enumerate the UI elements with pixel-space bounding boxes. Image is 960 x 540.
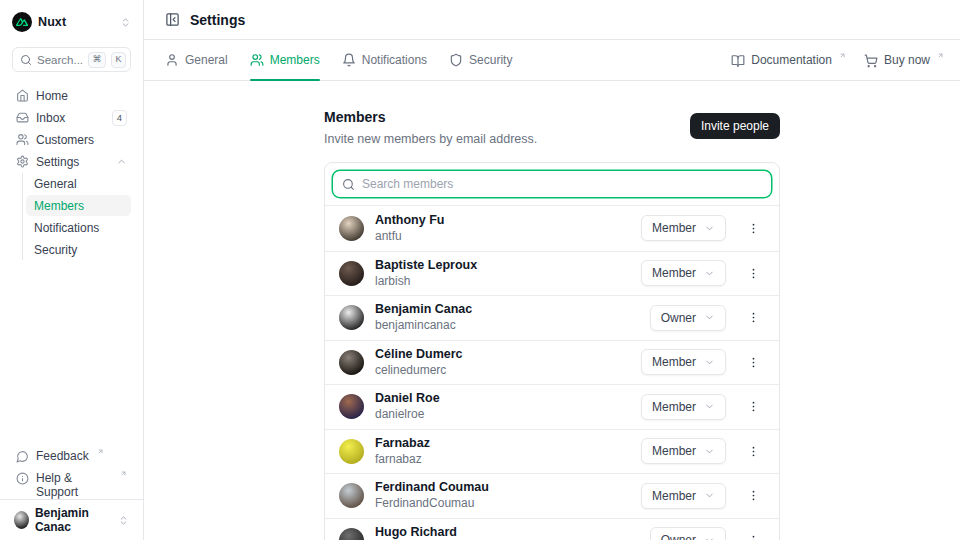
member-username: FerdinandCoumau: [375, 497, 489, 510]
member-role-value: Member: [652, 221, 696, 235]
ellipsis-vertical-icon: [747, 400, 760, 413]
sidebar-item-members[interactable]: Members: [26, 195, 131, 216]
tab-notifications[interactable]: Notifications: [342, 40, 427, 80]
member-name: Céline Dumerc: [375, 348, 463, 362]
member-role-select[interactable]: Member: [641, 349, 726, 375]
sidebar-item-label: Home: [36, 89, 68, 103]
sidebar-search-input[interactable]: [37, 54, 83, 66]
member-actions-menu-button[interactable]: [741, 215, 765, 241]
info-circle-icon: [16, 472, 29, 485]
user-menu[interactable]: Benjamin Canac: [12, 508, 131, 532]
member-role-select[interactable]: Member: [641, 394, 726, 420]
workspace-name: Nuxt: [38, 15, 66, 29]
member-avatar: [339, 483, 364, 508]
inbox-icon: [16, 111, 29, 124]
kbd-k: K: [111, 52, 126, 68]
member-actions-menu-button[interactable]: [741, 394, 765, 420]
help-support-link[interactable]: Help & Support: [12, 469, 131, 491]
member-actions-menu-button[interactable]: [741, 438, 765, 464]
feedback-link[interactable]: Feedback: [12, 447, 131, 469]
invite-people-button[interactable]: Invite people: [690, 113, 780, 139]
sidebar-item-label: Inbox: [36, 111, 65, 125]
ellipsis-vertical-icon: [747, 311, 760, 324]
sidebar-item-label: Members: [34, 199, 84, 213]
sidebar-item-security[interactable]: Security: [26, 239, 131, 260]
chevron-up-icon: [116, 156, 127, 167]
member-row: Céline Dumerc celinedumerc Member: [325, 340, 779, 385]
buy-now-link[interactable]: Buy now: [864, 52, 944, 68]
member-avatar: [339, 394, 364, 419]
ellipsis-vertical-icon: [747, 222, 760, 235]
sidebar-search[interactable]: ⌘ K: [12, 47, 131, 72]
members-card: Anthony Fu antfu Member: [324, 162, 780, 540]
member-name: Anthony Fu: [375, 214, 444, 228]
member-row: Farnabaz farnabaz Member: [325, 429, 779, 474]
member-role-select[interactable]: Member: [641, 260, 726, 286]
external-link-icon: [120, 470, 127, 477]
member-row: Daniel Roe danielroe Member: [325, 384, 779, 429]
member-actions-menu-button[interactable]: [741, 527, 765, 540]
tab-label: Notifications: [362, 53, 427, 67]
member-username: celinedumerc: [375, 364, 463, 377]
member-row: Anthony Fu antfu Member: [325, 206, 779, 251]
members-search-section: [325, 163, 779, 206]
chevron-down-icon: [704, 401, 715, 412]
member-actions-menu-button[interactable]: [741, 483, 765, 509]
member-name: Baptiste Leproux: [375, 259, 477, 273]
collapse-sidebar-button[interactable]: [165, 12, 180, 27]
chevron-down-icon: [704, 490, 715, 501]
ellipsis-vertical-icon: [747, 445, 760, 458]
tab-members[interactable]: Members: [250, 40, 320, 80]
member-actions-menu-button[interactable]: [741, 260, 765, 286]
page-header: Settings: [144, 0, 960, 40]
chevron-down-icon: [704, 446, 715, 457]
member-avatar: [339, 305, 364, 330]
member-role-select[interactable]: Owner: [650, 305, 726, 331]
member-name: Farnabaz: [375, 437, 430, 451]
members-search-input[interactable]: [362, 177, 762, 191]
member-username: danielroe: [375, 408, 440, 421]
external-link-icon: [839, 52, 846, 59]
user-name: Benjamin Canac: [35, 506, 112, 534]
member-actions-menu-button[interactable]: [741, 305, 765, 331]
sidebar-item-label: Notifications: [34, 221, 99, 235]
workspace-switcher[interactable]: Nuxt: [12, 10, 131, 34]
sidebar-item-label: Security: [34, 243, 77, 257]
section-title: Members: [324, 109, 537, 125]
member-actions-menu-button[interactable]: [741, 349, 765, 375]
sidebar-item-general[interactable]: General: [26, 173, 131, 194]
settings-subnav: General Members Notifications Security: [22, 173, 131, 260]
chevrons-up-down-icon: [118, 515, 129, 526]
user-icon: [165, 53, 179, 67]
tab-security[interactable]: Security: [449, 40, 512, 80]
member-role-value: Member: [652, 355, 696, 369]
member-role-select[interactable]: Owner: [650, 527, 726, 540]
member-avatar: [339, 528, 364, 540]
member-role-value: Owner: [661, 311, 696, 325]
header-links: Documentation Buy now: [731, 40, 944, 80]
member-name: Hugo Richard: [375, 526, 457, 540]
member-role-value: Member: [652, 444, 696, 458]
member-role-select[interactable]: Member: [641, 483, 726, 509]
sidebar-item-customers[interactable]: Customers: [12, 129, 131, 150]
ellipsis-vertical-icon: [747, 356, 760, 369]
documentation-link[interactable]: Documentation: [731, 52, 846, 68]
main-area: Settings General Members Notifications S…: [144, 0, 960, 540]
tab-label: General: [185, 53, 228, 67]
shopping-cart-icon: [864, 54, 878, 68]
shield-icon: [449, 53, 463, 67]
sidebar-item-settings[interactable]: Settings: [12, 151, 131, 172]
external-link-icon: [97, 448, 104, 455]
member-name: Daniel Roe: [375, 392, 440, 406]
tab-general[interactable]: General: [165, 40, 228, 80]
chevron-down-icon: [704, 312, 715, 323]
member-role-select[interactable]: Member: [641, 438, 726, 464]
member-username: larbish: [375, 275, 477, 288]
user-avatar: [14, 511, 29, 529]
sidebar-item-notifications[interactable]: Notifications: [26, 217, 131, 238]
members-search[interactable]: [333, 171, 771, 197]
member-role-select[interactable]: Member: [641, 215, 726, 241]
sidebar-divider: [0, 499, 143, 500]
sidebar-item-inbox[interactable]: Inbox 4: [12, 107, 131, 128]
sidebar-item-home[interactable]: Home: [12, 85, 131, 106]
